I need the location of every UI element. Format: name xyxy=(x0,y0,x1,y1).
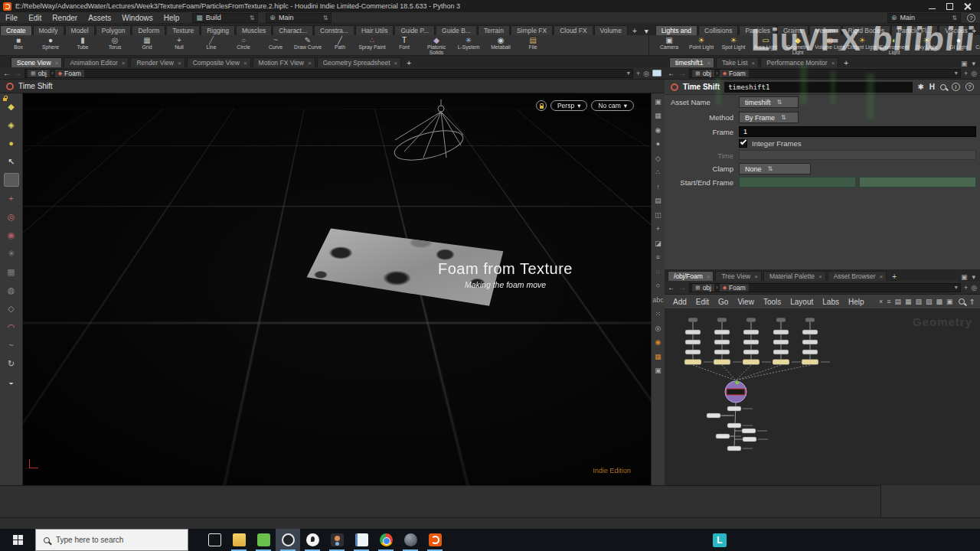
network-node[interactable] xyxy=(685,350,701,354)
network-node[interactable] xyxy=(743,350,759,354)
menu-render[interactable]: Render xyxy=(47,12,83,23)
net-menu-go[interactable]: Go xyxy=(714,298,732,306)
node-name-field[interactable]: timeshift1 xyxy=(724,82,913,93)
shelf-tab[interactable]: Cloud FX xyxy=(554,25,593,35)
network-node[interactable] xyxy=(773,360,789,365)
shelf-tool[interactable]: ∴Spray Paint xyxy=(357,36,387,51)
select-arrow-tool[interactable]: ↖ xyxy=(4,155,19,168)
nav-back-icon[interactable]: ← xyxy=(668,283,675,292)
pane-tab[interactable]: Tree View× xyxy=(715,271,761,281)
network-node[interactable] xyxy=(805,318,815,322)
net-menu-tools[interactable]: Tools xyxy=(760,298,785,306)
shelf-tool[interactable]: ☀Spot Light xyxy=(718,36,749,51)
menu-file[interactable]: File xyxy=(0,12,23,23)
shelf-tab[interactable]: Viscous Fl... xyxy=(939,25,968,35)
spinner-icon[interactable]: ⇅ xyxy=(250,15,255,21)
add-pane-tab-button[interactable]: + xyxy=(888,272,900,281)
pane-tab[interactable]: timeshift1× xyxy=(669,57,714,67)
start-frame-field[interactable] xyxy=(739,177,856,187)
shelf-tool[interactable]: ▤File xyxy=(518,36,548,51)
path-dropdown-icon[interactable]: ▾ xyxy=(955,284,958,291)
close-tab-icon[interactable]: × xyxy=(394,60,398,67)
network-node[interactable] xyxy=(773,350,789,354)
network-node[interactable] xyxy=(743,330,759,334)
lock-tool[interactable] xyxy=(4,173,19,187)
network-graph[interactable]: Geometry xyxy=(665,309,980,485)
houdini-help-icon[interactable]: H xyxy=(929,83,935,91)
shelf-tab-menu-icon[interactable]: ▾ xyxy=(641,27,652,35)
shelf-tool[interactable]: ☀Point Light xyxy=(686,36,717,51)
shelf-tool[interactable]: ◉Caustic Light xyxy=(975,36,980,51)
network-node[interactable] xyxy=(717,318,727,322)
scene-selector[interactable]: ⊕ Main ⇅ xyxy=(266,13,332,23)
path-dropdown-icon[interactable]: ▾ xyxy=(627,70,630,77)
network-node[interactable] xyxy=(802,340,818,344)
pane-menu-icon[interactable]: ▾ xyxy=(972,60,975,67)
select-visible-icon[interactable]: ◪ xyxy=(653,238,664,248)
start-button[interactable] xyxy=(0,529,35,551)
curve-tool[interactable]: ~ xyxy=(4,338,19,352)
shelf-tool[interactable]: TFont xyxy=(389,36,420,51)
shelf-tool[interactable]: ●Sphere xyxy=(35,36,66,51)
ghost-icon[interactable]: ○ xyxy=(653,281,664,291)
close-tab-icon[interactable]: × xyxy=(818,273,822,280)
memory-icon[interactable]: ▣ xyxy=(653,366,664,376)
spinner-icon[interactable]: ⇅ xyxy=(323,15,328,21)
shelf-tool[interactable]: ◎Torus xyxy=(100,36,130,51)
camera-lock-icon[interactable]: ◉ xyxy=(653,125,664,135)
houdini-app[interactable] xyxy=(423,529,447,551)
shelf-tool[interactable]: ▦Grid xyxy=(132,36,162,51)
notes-icon[interactable]: ▩ xyxy=(936,298,943,305)
shelf-tab[interactable]: Guide P... xyxy=(394,25,435,35)
view-layout-icon[interactable]: ▣ xyxy=(653,96,664,106)
magnet-tool[interactable]: ◠ xyxy=(4,320,19,334)
snap-tool[interactable]: ◇ xyxy=(4,302,19,315)
camera-lock-icon[interactable] xyxy=(536,100,547,111)
shelf-tab[interactable]: Charact... xyxy=(273,25,313,35)
pane-tab[interactable]: Performance Monitor× xyxy=(760,57,838,67)
close-tab-icon[interactable]: × xyxy=(308,60,312,67)
network-node[interactable] xyxy=(742,429,756,433)
network-node[interactable] xyxy=(727,406,741,411)
breadcrumb-foam[interactable]: ◆Foam xyxy=(720,70,749,77)
breadcrumb-obj[interactable]: ▦obj xyxy=(692,284,714,292)
asset-name-dropdown[interactable]: timeshift⇅ xyxy=(739,96,799,108)
pane-maximize-icon[interactable]: ▣ xyxy=(961,60,968,67)
scene-viewport[interactable]: Foam from Texture Making the foam move P… xyxy=(23,93,651,485)
pane-tab[interactable]: Asset Browser× xyxy=(828,271,887,281)
pane-tab[interactable]: Take List× xyxy=(716,57,759,67)
shelf-tab[interactable]: Constra... xyxy=(314,25,354,35)
menu-help[interactable]: Help xyxy=(158,12,185,23)
shelf-tool[interactable]: ◆Geometry Light xyxy=(782,36,813,55)
breadcrumb-obj[interactable]: ▦obj xyxy=(692,70,714,77)
shelf-tool[interactable]: ▮Tube xyxy=(67,36,98,51)
pin-pane-icon[interactable]: + xyxy=(636,70,640,77)
desktop-selector[interactable]: ▦ Build ⇅ xyxy=(192,13,258,23)
pane-tab[interactable]: Render View× xyxy=(130,57,185,67)
shelf-tab[interactable]: Vellum xyxy=(809,25,841,35)
shelf-tab[interactable]: Collisions xyxy=(698,25,738,35)
warning-icon[interactable]: ◉ xyxy=(653,337,664,347)
tree-toggle-icon[interactable]: ≡ xyxy=(887,298,890,305)
shelf-tab[interactable]: Terrain xyxy=(478,25,510,35)
follow-selection-icon[interactable]: ◎ xyxy=(971,70,977,77)
shelf-tool[interactable]: ~Curve xyxy=(260,36,291,51)
shelf-tool[interactable]: ✳L-System xyxy=(453,36,484,51)
shelf-tab[interactable]: Guide B... xyxy=(436,25,477,35)
shelf-tool[interactable]: ○Circle xyxy=(228,36,259,51)
pose-tool[interactable]: ✳ xyxy=(4,246,19,260)
char-icon[interactable]: abc xyxy=(653,295,664,305)
taskbar-search-input[interactable]: Type here to search xyxy=(35,529,188,551)
pane-tab[interactable]: Geometry Spreadsheet× xyxy=(317,57,402,67)
path-field[interactable]: ▦obj › ◆Foam ▾ xyxy=(24,69,633,78)
pane-maximize-icon[interactable]: ▣ xyxy=(961,273,968,281)
shelf-tab[interactable]: Texture xyxy=(166,25,200,35)
maximize-button[interactable] xyxy=(946,3,953,10)
shelf-tool[interactable]: ☀Sky Light xyxy=(911,36,942,51)
list-view-icon[interactable]: ▤ xyxy=(895,298,902,305)
shelf-tool[interactable]: ◆Platonic Solids xyxy=(421,36,452,55)
shelf-tab[interactable]: Modify xyxy=(33,25,64,35)
pane-menu-icon[interactable]: ▾ xyxy=(972,273,975,281)
network-node[interactable] xyxy=(684,360,701,365)
sphere-app[interactable] xyxy=(398,529,423,551)
